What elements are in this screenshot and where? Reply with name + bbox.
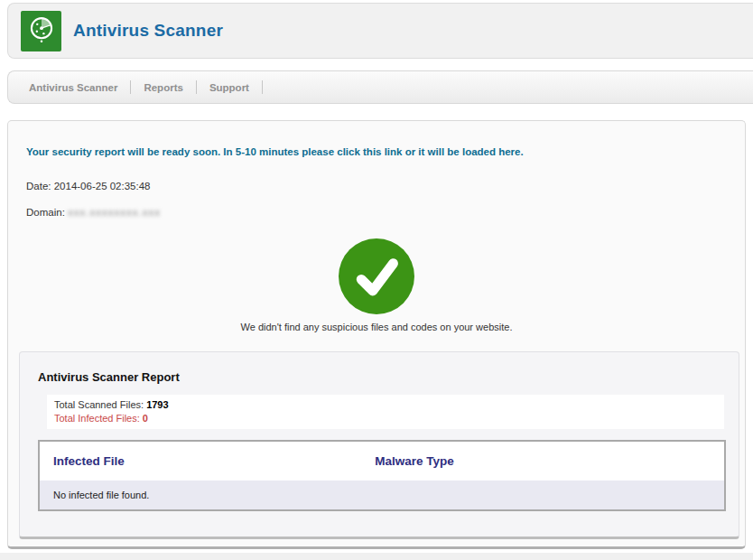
scan-stats-box: Total Scanned Files: 1793 Total Infected… — [47, 395, 724, 429]
scan-result-status — [8, 238, 745, 318]
scan-domain-line: Domain: xxx.xxxxxxxx.xxx — [26, 207, 161, 218]
column-header-infected-file: Infected File — [39, 441, 361, 481]
nav-item-support[interactable]: Support — [209, 82, 249, 93]
column-header-malware-type: Malware Type — [361, 441, 725, 481]
stat-scanned-label: Total Scanned Files: — [54, 399, 144, 410]
report-ready-notice: Your security report will be ready soon.… — [26, 146, 727, 157]
domain-label: Domain: — [26, 207, 65, 218]
report-section-title: Antivirus Scanner Report — [38, 370, 180, 384]
antivirus-report-section: Antivirus Scanner Report Total Scanned F… — [19, 351, 739, 539]
table-header-row: Infected File Malware Type — [39, 441, 725, 481]
main-nav: Antivirus Scanner Reports Support — [7, 70, 753, 104]
infected-files-table: Infected File Malware Type No infected f… — [38, 440, 726, 511]
nav-divider — [262, 80, 263, 94]
notice-text-pre: Your security report will be ready soon.… — [26, 146, 363, 157]
notice-text-post: or it will be loaded here. — [402, 146, 523, 157]
date-value: 2014-06-25 02:35:48 — [54, 181, 151, 191]
stat-infected-label: Total Infected Files: — [54, 413, 140, 424]
radar-scanner-icon — [24, 12, 59, 50]
stat-total-scanned: Total Scanned Files: 1793 — [54, 398, 717, 412]
nav-divider — [196, 80, 197, 94]
check-circle-icon — [339, 238, 414, 318]
app-logo — [21, 11, 61, 51]
table-empty-row: No infected file found. — [39, 481, 725, 510]
footer-strip — [0, 553, 753, 560]
scan-date-line: Date: 2014-06-25 02:35:48 — [26, 181, 151, 191]
scan-result-panel: Your security report will be ready soon.… — [7, 120, 746, 549]
scan-result-caption: We didn't find any suspicious files and … — [8, 322, 745, 332]
stat-scanned-value: 1793 — [146, 399, 168, 410]
nav-item-reports[interactable]: Reports — [144, 82, 182, 93]
domain-value-redacted: xxx.xxxxxxxx.xxx — [68, 207, 161, 218]
empty-message: No infected file found. — [39, 481, 725, 510]
nav-item-antivirus-scanner[interactable]: Antivirus Scanner — [29, 82, 117, 93]
app-header: Antivirus Scanner — [7, 3, 753, 59]
nav-divider — [130, 80, 131, 94]
stat-infected-value: 0 — [143, 413, 148, 424]
report-link[interactable]: this link — [363, 146, 402, 157]
date-label: Date: — [26, 181, 51, 191]
page-title: Antivirus Scanner — [73, 21, 223, 41]
stat-total-infected: Total Infected Files: 0 — [54, 412, 717, 425]
